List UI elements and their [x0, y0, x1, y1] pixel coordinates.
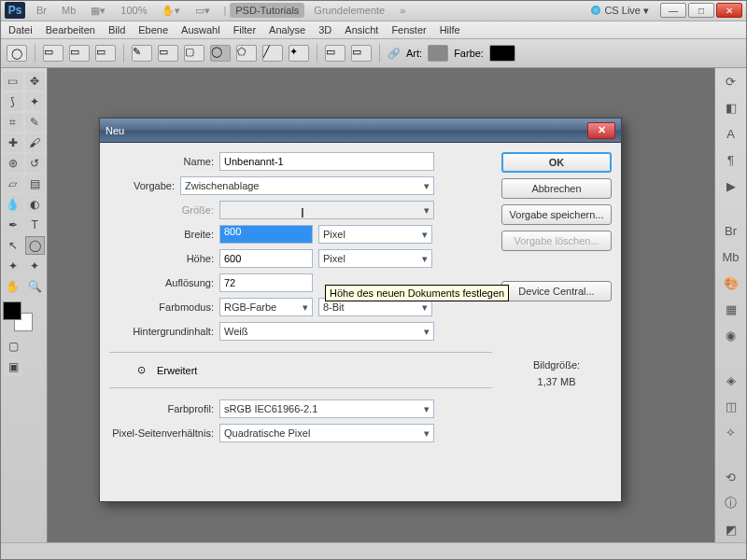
mode-sub-icon[interactable]: ▭ [95, 45, 116, 62]
link-icon[interactable]: 🔗 [388, 48, 401, 60]
pen-icon[interactable]: ✎ [132, 45, 152, 62]
color-swatch[interactable] [489, 45, 515, 62]
menu-datei[interactable]: Datei [8, 24, 33, 35]
align2-icon[interactable]: ▭ [351, 45, 372, 62]
wand-tool[interactable]: ✦ [25, 92, 46, 111]
width-unit-dropdown[interactable]: Pixel [318, 225, 432, 244]
paths-icon[interactable]: ✧ [721, 423, 741, 441]
advanced-label[interactable]: Erweitert [157, 365, 197, 376]
hand-tool[interactable]: ✋ [3, 277, 23, 296]
quickmask-btn[interactable]: ▢ [3, 337, 23, 356]
eraser-tool[interactable]: ▱ [3, 175, 23, 193]
adjustments-icon[interactable]: ⟳ [721, 72, 741, 91]
menu-ansicht[interactable]: Ansicht [345, 24, 378, 35]
polygon-icon[interactable]: ⬠ [236, 45, 257, 62]
close-app-btn[interactable]: ✕ [716, 3, 742, 18]
mode-new-icon[interactable]: ▭ [43, 45, 63, 62]
mb-icon[interactable]: Mb [721, 247, 741, 266]
history-tool[interactable]: ↺ [25, 154, 46, 173]
nav-icon[interactable]: ◩ [721, 520, 741, 539]
filesize-value: 1,37 MB [501, 376, 612, 387]
rect-icon[interactable]: ▭ [158, 45, 178, 62]
layout-btn[interactable]: ▦▾ [85, 3, 111, 19]
color-icon[interactable]: 🎨 [721, 273, 741, 292]
preset-dropdown[interactable]: Zwischenablage [180, 176, 434, 195]
styles-icon[interactable]: ◉ [721, 326, 741, 344]
height-unit-dropdown[interactable]: Pixel [318, 249, 432, 268]
play-icon[interactable]: ▶ [721, 176, 741, 195]
background-dropdown[interactable]: Weiß [219, 322, 434, 341]
ok-button[interactable]: OK [501, 152, 612, 173]
3d-tool[interactable]: ✦ [3, 257, 23, 275]
dialog-close-btn[interactable]: ✕ [587, 122, 615, 139]
eyedropper-tool[interactable]: ✎ [25, 113, 46, 132]
lasso-tool[interactable]: ⟆ [3, 92, 23, 111]
minibridge-btn[interactable]: Mb [56, 3, 81, 18]
path-tool[interactable]: ↖ [3, 236, 23, 255]
hand-btn[interactable]: ✋▾ [156, 3, 186, 19]
tool-preset-icon[interactable]: ◯ [7, 45, 27, 62]
extras-btn[interactable]: ▭▾ [190, 3, 216, 19]
swatches-icon[interactable]: ▦ [721, 300, 741, 318]
move-tool[interactable]: ✥ [25, 72, 46, 91]
zoom-tool[interactable]: 🔍 [25, 277, 46, 296]
menu-auswahl[interactable]: Auswahl [181, 24, 220, 35]
menu-bearbeiten[interactable]: Bearbeiten [46, 24, 95, 35]
par-dropdown[interactable]: Quadratische Pixel [219, 424, 434, 442]
style-swatch[interactable] [428, 45, 448, 62]
bridge-btn[interactable]: Br [31, 3, 52, 18]
layers-icon[interactable]: ◈ [721, 371, 741, 389]
custom-icon[interactable]: ✦ [289, 45, 309, 62]
menu-filter[interactable]: Filter [233, 24, 256, 35]
type-tool[interactable]: T [25, 216, 46, 234]
masks-icon[interactable]: ◧ [721, 98, 741, 117]
menu-ebene[interactable]: Ebene [138, 24, 168, 35]
cslive-menu[interactable]: CS Live ▾ [604, 5, 649, 17]
menu-analyse[interactable]: Analyse [269, 24, 305, 35]
paragraph-icon[interactable]: ¶ [721, 150, 741, 169]
width-input[interactable]: 800 [219, 225, 313, 244]
screenmode-btn[interactable]: ▣ [3, 357, 23, 376]
maximize-btn[interactable]: □ [688, 3, 714, 18]
workspace-more[interactable]: » [394, 3, 411, 18]
history-icon[interactable]: ⟲ [721, 468, 741, 486]
ellipse-icon[interactable]: ◯ [210, 45, 231, 62]
brush-tool[interactable]: 🖌 [25, 133, 46, 152]
colormode-dropdown[interactable]: RGB-Farbe [219, 298, 313, 316]
cancel-button[interactable]: Abbrechen [501, 178, 612, 199]
shape-tool[interactable]: ◯ [25, 236, 46, 255]
menu-3d[interactable]: 3D [318, 24, 331, 35]
expand-icon[interactable]: ⊙ [137, 364, 146, 376]
menu-bild[interactable]: Bild [108, 24, 125, 35]
workspace-tab-1[interactable]: PSD-Tutorials [230, 3, 304, 18]
roundrect-icon[interactable]: ▢ [184, 45, 204, 62]
workspace-tab-2[interactable]: Grundelemente [308, 3, 390, 18]
name-input[interactable] [219, 152, 434, 171]
heal-tool[interactable]: ✚ [3, 133, 23, 152]
stamp-tool[interactable]: ⊛ [3, 154, 23, 173]
crop-tool[interactable]: ⌗ [3, 113, 23, 132]
3dcam-tool[interactable]: ✦ [25, 257, 46, 275]
minimize-btn[interactable]: — [660, 3, 686, 18]
height-input[interactable] [219, 249, 313, 268]
save-preset-button[interactable]: Vorgabe speichern... [501, 204, 612, 225]
character-icon[interactable]: A [721, 124, 741, 143]
channels-icon[interactable]: ◫ [721, 397, 741, 415]
color-swatches[interactable] [3, 301, 33, 331]
menu-fenster[interactable]: Fenster [391, 24, 426, 35]
align-icon[interactable]: ▭ [325, 45, 345, 62]
menu-hilfe[interactable]: Hilfe [440, 24, 460, 35]
profile-dropdown[interactable]: sRGB IEC61966-2.1 [219, 399, 434, 418]
resolution-input[interactable] [219, 273, 313, 292]
pen-tool[interactable]: ✒ [3, 216, 23, 234]
blur-tool[interactable]: 💧 [3, 195, 23, 214]
mode-add-icon[interactable]: ▭ [69, 45, 90, 62]
br-icon[interactable]: Br [721, 221, 741, 240]
info-icon[interactable]: ⓘ [721, 494, 741, 512]
line-icon[interactable]: ╱ [262, 45, 283, 62]
zoom-level[interactable]: 100% [115, 3, 152, 18]
device-central-button[interactable]: Device Central... [501, 281, 612, 301]
dodge-tool[interactable]: ◐ [25, 195, 46, 214]
marquee-tool[interactable]: ▭ [3, 72, 23, 91]
gradient-tool[interactable]: ▤ [25, 175, 46, 193]
